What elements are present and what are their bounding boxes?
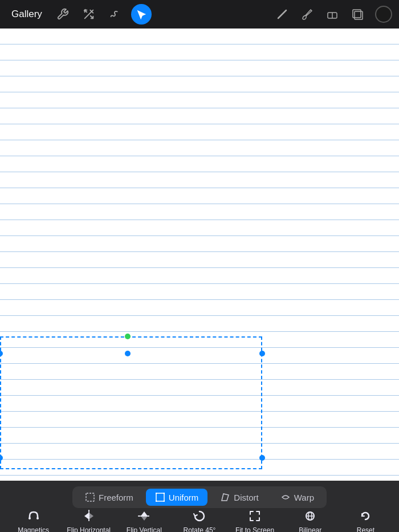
svg-line-2 xyxy=(91,16,93,18)
reset-icon xyxy=(357,508,373,524)
flip-horizontal-label: Flip Horizontal xyxy=(67,526,111,532)
freeform-icon xyxy=(85,492,95,502)
uniform-icon xyxy=(155,492,165,502)
svg-point-11 xyxy=(163,493,165,494)
flip-horizontal-button[interactable]: Flip Horizontal xyxy=(66,508,112,532)
transform-tabs: Freeform Uniform Distort xyxy=(72,486,327,508)
bilinear-button[interactable]: Bilinear xyxy=(287,508,333,532)
flip-vertical-button[interactable]: Flip Vertical xyxy=(121,508,167,532)
brush-tool-button[interactable] xyxy=(300,7,315,22)
tab-distort[interactable]: Distort xyxy=(211,489,267,506)
smudge-button[interactable] xyxy=(105,4,125,25)
svg-rect-8 xyxy=(86,493,94,501)
pen-line-icon xyxy=(275,7,290,22)
tab-freeform-label: Freeform xyxy=(99,493,133,502)
svg-point-17 xyxy=(36,517,39,519)
toolbar-left: Gallery xyxy=(7,4,152,25)
gallery-button[interactable]: Gallery xyxy=(7,6,47,22)
lined-paper xyxy=(0,29,399,481)
eraser-icon xyxy=(325,7,340,22)
rotate45-label: Rotate 45° xyxy=(184,526,216,532)
fit-to-screen-label: Fit to Screen xyxy=(235,526,274,532)
svg-marker-19 xyxy=(84,513,89,519)
distort-icon xyxy=(220,492,230,502)
cursor-icon xyxy=(135,8,148,21)
bilinear-icon xyxy=(302,508,318,524)
bilinear-label: Bilinear xyxy=(299,526,321,532)
tab-warp[interactable]: Warp xyxy=(271,489,323,506)
svg-line-1 xyxy=(85,10,87,12)
pen-tool-button[interactable] xyxy=(275,7,290,22)
svg-point-10 xyxy=(156,493,157,494)
flip-horizontal-icon xyxy=(81,508,97,524)
magnetics-button[interactable]: Magnetics xyxy=(11,508,56,532)
svg-point-13 xyxy=(163,501,165,502)
svg-marker-22 xyxy=(141,511,148,516)
toolbar-right xyxy=(275,6,392,23)
fit-to-screen-button[interactable]: Fit to Screen xyxy=(232,508,278,532)
svg-marker-23 xyxy=(141,516,148,521)
wand-icon xyxy=(83,8,95,21)
svg-rect-6 xyxy=(353,10,361,18)
svg-rect-9 xyxy=(156,493,164,501)
rotate45-button[interactable]: Rotate 45° xyxy=(177,508,222,532)
tab-uniform[interactable]: Uniform xyxy=(146,489,208,506)
tab-warp-label: Warp xyxy=(294,493,314,502)
layers-button[interactable] xyxy=(350,7,365,22)
tab-uniform-label: Uniform xyxy=(169,493,199,502)
flip-vertical-icon xyxy=(136,508,152,524)
fit-to-screen-icon xyxy=(247,508,263,524)
magnetics-icon xyxy=(26,508,42,524)
wrench-icon xyxy=(56,8,69,21)
tab-distort-label: Distort xyxy=(234,493,258,502)
bottom-toolbar: Freeform Uniform Distort xyxy=(0,481,399,532)
warp-icon xyxy=(280,492,291,502)
svg-point-12 xyxy=(156,501,157,502)
svg-point-16 xyxy=(28,517,31,519)
transform-button[interactable] xyxy=(131,4,152,25)
rotate45-icon xyxy=(192,508,207,524)
eraser-tool-button[interactable] xyxy=(325,7,340,22)
tab-freeform[interactable]: Freeform xyxy=(76,489,142,506)
flip-vertical-label: Flip Vertical xyxy=(127,526,162,532)
reset-label: Reset xyxy=(357,526,374,532)
svg-rect-7 xyxy=(355,11,363,19)
magnetics-label: Magnetics xyxy=(18,526,49,532)
svg-marker-20 xyxy=(89,513,93,519)
top-toolbar: Gallery xyxy=(0,0,399,29)
action-row: Magnetics Flip Horizontal xyxy=(0,508,399,532)
svg-line-3 xyxy=(278,10,286,18)
layers-icon xyxy=(350,7,365,22)
adjustments-button[interactable] xyxy=(79,4,99,25)
brush-icon xyxy=(300,7,315,22)
canvas-area[interactable] xyxy=(0,29,399,481)
smudge-icon xyxy=(109,8,121,21)
color-button[interactable] xyxy=(375,6,392,23)
settings-button[interactable] xyxy=(52,4,73,25)
reset-button[interactable]: Reset xyxy=(343,508,388,532)
